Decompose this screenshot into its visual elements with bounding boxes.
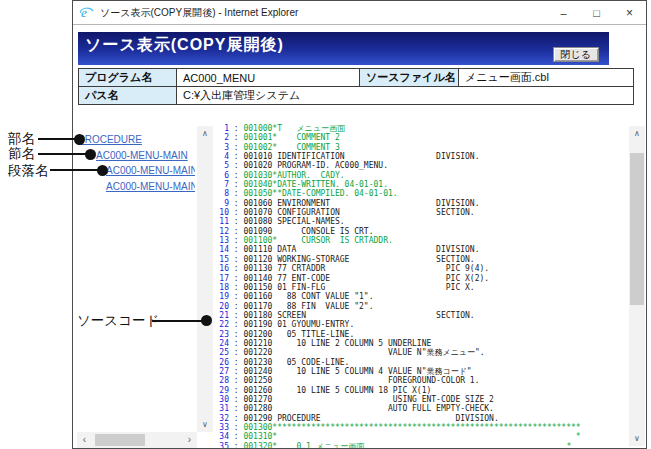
tree-vertical-scrollbar[interactable]: ∧ ∨	[197, 126, 213, 432]
annotation-paragraph-label: 段落名	[8, 162, 49, 180]
source-line: 15 : 001120 WORKING-STORAGE SECTION.	[219, 255, 629, 264]
source-line: 10 : 001070 CONFIGURATION SECTION.	[219, 208, 629, 217]
minimize-button[interactable]: –	[547, 2, 580, 24]
source-line: 24 : 001210 10 LINE 2 COLUMN 5 UNDERLINE	[219, 339, 629, 348]
source-line: 30 : 001270 USING ENT-CODE SIZE 2	[219, 395, 629, 404]
annotation-bullet	[74, 134, 85, 145]
tree-item-procedure[interactable]: PROCEDURE	[75, 132, 195, 148]
annotation-line	[38, 153, 88, 155]
source-line: 11 : 001080 SPECIAL-NAMES.	[219, 217, 629, 226]
source-line: 17 : 001140 77 ENT-CODE PIC X(2).	[219, 274, 629, 283]
scrollbar-thumb[interactable]	[95, 434, 145, 446]
scroll-right-icon[interactable]: ›	[182, 432, 197, 448]
source-line: 35 : 001320* 0.1 メニュー画面 *	[219, 442, 629, 448]
scroll-down-icon[interactable]: ∨	[629, 431, 645, 446]
source-line: 19 : 001160 88 CONT VALUE "1".	[219, 292, 629, 301]
source-line: 25 : 001220 VALUE N"業務メニュー".	[219, 348, 629, 357]
tree-list: PROCEDUREAC000-MENU-MAINAC000-MENU-MAINA…	[75, 132, 195, 194]
annotation-bullet	[201, 315, 212, 326]
source-line: 14 : 001110 DATA DIVISION.	[219, 245, 629, 254]
annotation-line	[50, 169, 100, 171]
path-name-label: パス名	[79, 87, 177, 105]
source-line: 7 : 001040*DATE-WRITTEN. 04-01-01.	[219, 180, 629, 189]
close-page-button[interactable]: 閉じる	[553, 47, 599, 62]
page-title: ソース表示(COPY展開後)	[85, 35, 284, 56]
source-line: 6 : 001030*AUTHOR. CADY.	[219, 171, 629, 180]
source-line: 21 : 001180 SCREEN SECTION.	[219, 311, 629, 320]
source-code-pane: 1 : 001000*T メニュー画面2 : 001001* COMMENT 2…	[219, 124, 629, 448]
annotation-line	[152, 320, 204, 322]
source-line: 4 : 001010 IDENTIFICATION DIVISION.	[219, 152, 629, 161]
source-line: 22 : 001190 01 GYOUMU-ENTRY.	[219, 320, 629, 329]
source-code-lines: 1 : 001000*T メニュー画面2 : 001001* COMMENT 2…	[219, 124, 629, 448]
window-title: ソース表示(COPY展開後) - Internet Explorer	[100, 6, 547, 20]
source-line: 31 : 001280 AUTO FULL EMPTY-CHECK.	[219, 404, 629, 413]
tree-horizontal-scrollbar[interactable]: ‹ ›	[77, 432, 197, 448]
program-name-value: AC000_MENU	[177, 69, 360, 87]
source-line: 18 : 001150 01 FIN-FLG PIC X.	[219, 283, 629, 292]
annotation-line	[38, 138, 78, 140]
source-line: 29 : 001260 10 LINE 5 COLUMN 18 PIC X(1)	[219, 386, 629, 395]
source-line: 28 : 001250 FOREGROUND-COLOR 1.	[219, 376, 629, 385]
scrollbar-thumb[interactable]	[630, 153, 644, 305]
source-line: 13 : 001100* CURSOR IS CRTADDR.	[219, 236, 629, 245]
tree-pane: PROCEDUREAC000-MENU-MAINAC000-MENU-MAINA…	[75, 124, 213, 448]
table-row: パス名 C:¥入出庫管理システム	[79, 87, 634, 105]
source-line: 3 : 001002* COMMENT 3	[219, 143, 629, 152]
code-vertical-scrollbar[interactable]: ∧ ∨	[629, 126, 645, 446]
source-line: 8 : 001050**DATE-COMPILED. 04-01-01.	[219, 189, 629, 198]
tree-item-ac000-menu-main[interactable]: AC000-MENU-MAIN	[75, 179, 195, 195]
path-name-value: C:¥入出庫管理システム	[177, 87, 634, 105]
source-line: 9 : 001060 ENVIRONMENT DIVISION.	[219, 199, 629, 208]
page-header: ソース表示(COPY展開後) 閉じる	[78, 32, 609, 65]
window-titlebar: e ソース表示(COPY展開後) - Internet Explorer – □…	[73, 1, 646, 25]
program-name-label: プログラム名	[79, 69, 177, 87]
scroll-left-icon[interactable]: ‹	[77, 432, 92, 448]
annotation-section-label: 節名	[8, 145, 35, 163]
ie-window: e ソース表示(COPY展開後) - Internet Explorer – □…	[72, 0, 647, 449]
source-line: 12 : 001090 CONSOLE IS CRT.	[219, 227, 629, 236]
svg-text:e: e	[81, 5, 87, 20]
maximize-button[interactable]: □	[580, 2, 613, 24]
annotation-bullet	[85, 149, 96, 160]
scroll-down-icon[interactable]: ∨	[197, 417, 213, 432]
source-line: 20 : 001170 88 FIN VALUE "2".	[219, 302, 629, 311]
source-line: 32 : 001290 PROCEDURE DIVISION.	[219, 414, 629, 423]
screenshot-root: e ソース表示(COPY展開後) - Internet Explorer – □…	[0, 0, 651, 449]
scroll-up-icon[interactable]: ∧	[629, 126, 645, 141]
source-line: 16 : 001130 77 CRTADDR PIC 9(4).	[219, 264, 629, 273]
source-line: 26 : 001230 05 CODE-LINE.	[219, 358, 629, 367]
source-line: 2 : 001001* COMMENT 2	[219, 133, 629, 142]
internet-explorer-icon: e	[79, 5, 94, 20]
annotation-bullet	[97, 165, 108, 176]
annotation-sourcecode-label: ソースコード	[77, 312, 159, 330]
source-line: 27 : 001240 10 LINE 5 COLUMN 4 VALUE N"業…	[219, 367, 629, 376]
table-row: プログラム名 AC000_MENU ソースファイル名 メニュー画面.cbl	[79, 69, 634, 87]
source-line: 33 : 001300*****************************…	[219, 423, 629, 432]
source-file-label: ソースファイル名	[360, 69, 459, 87]
source-line: 5 : 001020 PROGRAM-ID. AC000_MENU.	[219, 161, 629, 170]
source-file-value: メニュー画面.cbl	[459, 69, 634, 87]
source-line: 34 : 001310* *	[219, 432, 629, 441]
source-line: 23 : 001200 05 TITLE-LINE.	[219, 330, 629, 339]
close-window-button[interactable]: ×	[613, 2, 646, 24]
source-line: 1 : 001000*T メニュー画面	[219, 124, 629, 133]
scroll-up-icon[interactable]: ∧	[197, 126, 213, 141]
program-info-table: プログラム名 AC000_MENU ソースファイル名 メニュー画面.cbl パス…	[78, 68, 634, 105]
